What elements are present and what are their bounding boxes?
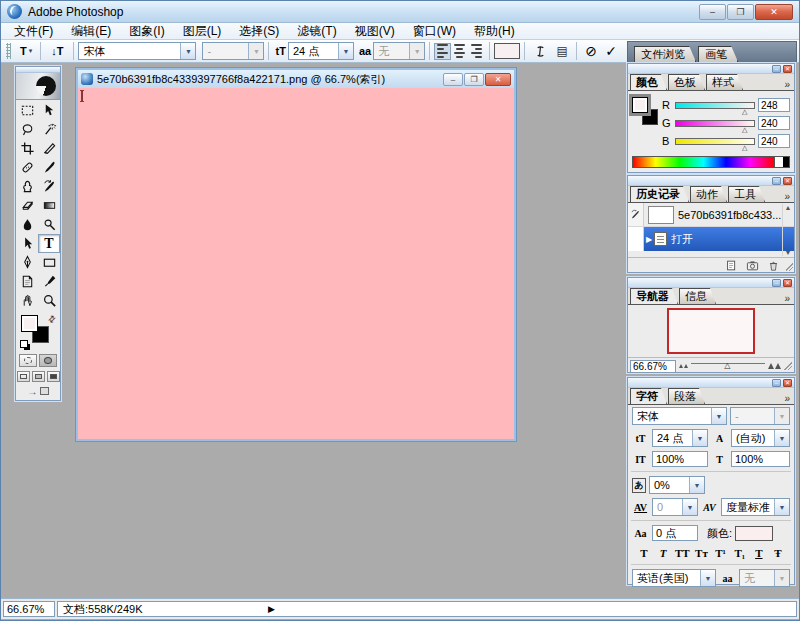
anti-alias-combo[interactable]: 无 ▼ [373, 42, 425, 60]
text-color-swatch[interactable] [494, 43, 520, 59]
font-family-combo[interactable]: 宋体 ▼ [78, 42, 196, 60]
history-source-cell[interactable] [628, 227, 644, 251]
maximize-button[interactable]: ❐ [727, 4, 754, 20]
swap-colors-icon[interactable]: ⇄ [46, 313, 58, 325]
menu-select[interactable]: 选择(S) [230, 23, 288, 39]
history-state-label[interactable]: 打开 [671, 232, 693, 247]
shape-tool[interactable] [38, 253, 60, 272]
tab-history[interactable]: 历史记录 [630, 186, 689, 202]
kerning-combo[interactable]: 0 ▼ [652, 498, 698, 516]
crop-tool[interactable] [16, 139, 38, 158]
status-popup-arrow-icon[interactable]: ▶ [268, 604, 275, 614]
panel-menu-icon[interactable]: » [784, 79, 792, 90]
photoshop-cs-logo[interactable] [16, 73, 60, 100]
history-state-open[interactable]: ▶ 打开 [628, 227, 794, 251]
tab-navigator[interactable]: 导航器 [630, 288, 678, 304]
blur-tool[interactable] [16, 215, 38, 234]
char-color-swatch[interactable] [735, 526, 773, 541]
align-right-button[interactable] [468, 43, 485, 60]
commit-edits-button[interactable]: ✓ [601, 42, 621, 61]
zoom-tool[interactable] [38, 291, 60, 310]
tab-info[interactable]: 信息 [679, 288, 716, 304]
notes-tool[interactable] [16, 272, 38, 291]
chevron-down-icon[interactable]: ▼ [774, 499, 789, 515]
healing-brush-tool[interactable] [16, 158, 38, 177]
language-combo[interactable]: 英语(美国) ▼ [632, 569, 716, 587]
slice-tool[interactable] [38, 139, 60, 158]
char-font-style-combo[interactable]: - ▼ [730, 407, 790, 425]
doc-close-button[interactable]: ✕ [485, 73, 511, 86]
tab-tool-presets[interactable]: 工具 [728, 186, 765, 202]
chevron-down-icon[interactable]: ▼ [180, 43, 195, 59]
tracking-combo[interactable]: 度量标准 ▼ [721, 498, 790, 516]
fullscreen-menubar-button[interactable] [32, 371, 45, 382]
char-font-family-combo[interactable]: 宋体 ▼ [632, 407, 727, 425]
quick-mask-button[interactable] [39, 354, 57, 367]
chevron-down-icon[interactable]: ▼ [711, 408, 726, 424]
panel-minimize-button[interactable]: – [772, 65, 781, 73]
move-tool[interactable] [38, 101, 60, 120]
tab-paragraph[interactable]: 段落 [668, 388, 705, 404]
magic-wand-tool[interactable] [38, 120, 60, 139]
resize-grip[interactable] [785, 263, 793, 271]
spectrum-black-cell[interactable] [783, 157, 789, 167]
green-slider[interactable]: △ [675, 120, 755, 127]
panel-close-button[interactable]: ✕ [783, 65, 792, 73]
standard-mode-button[interactable] [19, 354, 37, 367]
chevron-down-icon[interactable]: ▼ [774, 430, 789, 446]
history-brush-tool[interactable] [38, 177, 60, 196]
history-brush-source-cell[interactable] [628, 203, 644, 226]
zoom-out-icon[interactable] [679, 364, 688, 368]
path-selection-tool[interactable] [16, 234, 38, 253]
panel-close-button[interactable]: ✕ [783, 379, 792, 387]
font-size-combo[interactable]: 24 点 ▼ [288, 42, 354, 60]
align-center-button[interactable] [451, 43, 468, 60]
char-anti-alias-combo[interactable]: 无 ▼ [739, 569, 790, 587]
history-snapshot-row[interactable]: 5e70b6391fb8c433... [628, 203, 794, 227]
subscript-button[interactable]: T₁ [732, 545, 748, 560]
menu-filter[interactable]: 滤镜(T) [288, 23, 345, 39]
menu-window[interactable]: 窗口(W) [404, 23, 465, 39]
character-panel-titlebar[interactable]: – ✕ [628, 378, 794, 388]
type-tool[interactable]: T [38, 234, 60, 253]
options-grip[interactable] [6, 43, 11, 59]
foreground-color-swatch[interactable] [632, 97, 648, 113]
menu-file[interactable]: 文件(F) [5, 23, 62, 39]
align-left-button[interactable] [434, 43, 451, 60]
cancel-edits-button[interactable]: ⊘ [581, 42, 601, 61]
panel-minimize-button[interactable]: – [772, 279, 781, 287]
tab-actions[interactable]: 动作 [690, 186, 727, 202]
menu-help[interactable]: 帮助(H) [465, 23, 524, 39]
all-caps-button[interactable]: TT [674, 545, 690, 560]
foreground-color-swatch[interactable] [21, 315, 38, 332]
brush-tool[interactable] [38, 158, 60, 177]
snapshot-thumbnail[interactable] [648, 206, 674, 224]
navigator-zoom-slider[interactable]: △ [691, 360, 765, 372]
status-zoom-field[interactable]: 66.67% [3, 601, 55, 617]
panel-close-button[interactable]: ✕ [783, 177, 792, 185]
menu-view[interactable]: 视图(V) [346, 23, 404, 39]
scroll-down-icon[interactable]: ▼ [785, 249, 792, 256]
blue-value-field[interactable]: 240 [758, 134, 790, 148]
canvas[interactable] [78, 88, 514, 439]
menu-edit[interactable]: 编辑(E) [62, 23, 120, 39]
tab-swatches[interactable]: 色板 [668, 74, 705, 90]
font-style-combo[interactable]: - ▼ [202, 42, 264, 60]
blue-slider[interactable]: △ [675, 138, 755, 145]
eyedropper-tool[interactable] [38, 272, 60, 291]
tab-styles[interactable]: 样式 [706, 74, 743, 90]
text-orientation-button[interactable]: ↓T [45, 42, 69, 61]
navigator-panel-titlebar[interactable]: – ✕ [628, 278, 794, 288]
pen-tool[interactable] [16, 253, 38, 272]
slider-thumb[interactable]: △ [724, 362, 730, 370]
small-caps-button[interactable]: Tᴛ [693, 545, 709, 560]
panel-minimize-button[interactable]: – [772, 177, 781, 185]
tab-color[interactable]: 颜色 [630, 74, 667, 90]
clone-stamp-tool[interactable] [16, 177, 38, 196]
underline-button[interactable]: T [751, 545, 767, 560]
delete-trash-icon[interactable] [767, 260, 780, 271]
doc-maximize-button[interactable]: ❐ [464, 73, 484, 86]
tab-file-browser[interactable]: 文件浏览 [634, 46, 696, 62]
jump-to-imageready-button[interactable]: → [16, 384, 60, 400]
dodge-tool[interactable] [38, 215, 60, 234]
